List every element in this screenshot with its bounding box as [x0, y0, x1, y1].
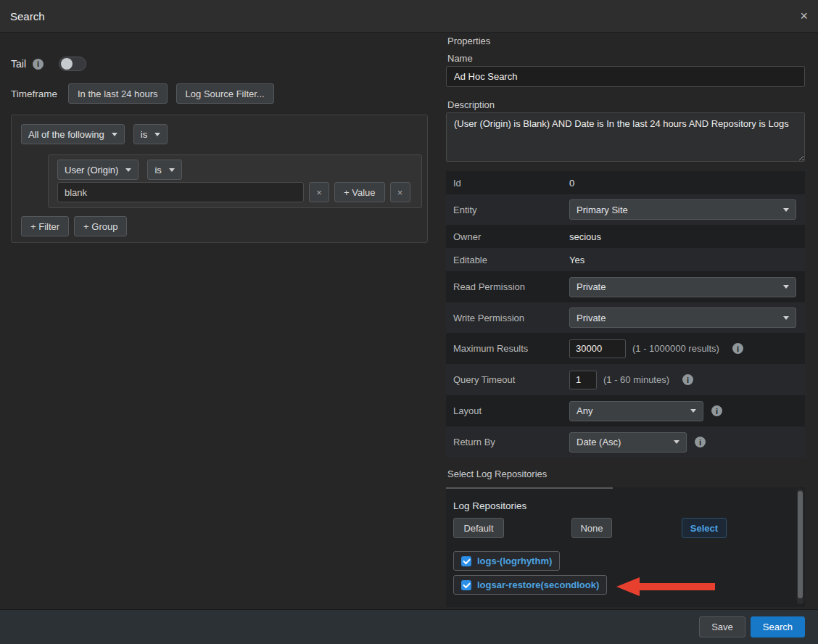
chevron-down-icon: [154, 133, 160, 136]
timeframe-button[interactable]: In the last 24 hours: [68, 83, 168, 104]
property-label: Layout: [446, 405, 569, 416]
checkbox-checked-icon[interactable]: [461, 556, 471, 566]
group-operator-value: All of the following: [28, 129, 104, 140]
repo-item-label: logsar-restore(secondlook): [477, 579, 599, 590]
property-label: Id: [446, 178, 569, 189]
close-icon[interactable]: ×: [800, 9, 808, 22]
return-by-value: Date (Asc): [577, 437, 621, 447]
description-label: Description: [447, 99, 495, 110]
chevron-down-icon: [783, 316, 789, 320]
filter-group-box: All of the following is User (Origin) is: [11, 115, 428, 243]
name-input[interactable]: [446, 66, 805, 87]
scrollbar-thumb[interactable]: [798, 491, 803, 598]
search-button[interactable]: Search: [751, 616, 805, 637]
filter-condition-dropdown[interactable]: is: [147, 160, 181, 180]
property-row-query-timeout: Query Timeout (1 - 60 minutes): [446, 364, 805, 395]
toggle-knob: [61, 58, 73, 70]
read-permission-dropdown[interactable]: Private: [569, 277, 796, 297]
log-repositories-title: Log Repositories: [453, 500, 526, 511]
description-textarea[interactable]: (User (Origin) is Blank) AND Date is In …: [446, 112, 805, 162]
default-button[interactable]: Default: [453, 518, 504, 538]
property-value: secious: [569, 231, 601, 242]
checkbox-checked-icon[interactable]: [461, 580, 471, 590]
repo-actions-row: Default None Select: [453, 518, 727, 538]
property-label: Read Permission: [446, 281, 569, 292]
log-source-filter-button[interactable]: Log Source Filter...: [176, 83, 274, 104]
filter-field-value: User (Origin): [65, 165, 118, 176]
property-row-read-permission: Read Permission Private: [446, 271, 805, 302]
property-label: Query Timeout: [446, 374, 569, 385]
property-row-write-permission: Write Permission Private: [446, 302, 805, 333]
timeframe-label: Timeframe: [11, 88, 68, 99]
page-title: Search: [10, 10, 45, 22]
none-button[interactable]: None: [571, 518, 612, 538]
property-row-maximum-results: Maximum Results (1 - 1000000 results): [446, 333, 805, 364]
log-repositories-box: Log Repositories Default None Select log…: [446, 487, 805, 607]
properties-heading: Properties: [447, 36, 490, 46]
write-permission-dropdown[interactable]: Private: [569, 307, 796, 328]
property-value: 0: [569, 178, 574, 189]
select-log-repositories-heading: Select Log Repositories: [447, 468, 547, 479]
chevron-down-icon: [112, 133, 117, 136]
property-label: Editable: [446, 255, 569, 265]
filter-value-input[interactable]: [57, 182, 304, 202]
select-button[interactable]: Select: [682, 518, 727, 538]
chevron-down-icon: [783, 285, 789, 289]
properties-panel: Properties Name Description (User (Origi…: [446, 33, 818, 609]
property-label: Entity: [446, 205, 569, 215]
entity-value: Primary Site: [577, 205, 628, 215]
properties-table: Id 0 Entity Primary Site Owner secious E…: [446, 171, 805, 458]
property-row-layout: Layout Any: [446, 395, 805, 426]
chevron-down-icon: [783, 208, 789, 212]
tail-toggle[interactable]: [59, 57, 86, 71]
repo-item-logsar-restore-secondlook[interactable]: logsar-restore(secondlook): [453, 575, 607, 595]
property-row-entity: Entity Primary Site: [446, 194, 805, 225]
info-icon[interactable]: [695, 437, 706, 447]
save-button[interactable]: Save: [699, 616, 745, 637]
add-filter-button[interactable]: + Filter: [21, 216, 69, 236]
group-condition-value: is: [141, 129, 147, 140]
repo-item-label: logs-(logrhythm): [477, 556, 552, 566]
repo-item-logs-logrhythm[interactable]: logs-(logrhythm): [453, 551, 560, 571]
return-by-dropdown[interactable]: Date (Asc): [569, 432, 687, 453]
property-value: Yes: [569, 255, 584, 265]
search-dialog: Search × Tail Timeframe In the last 24 h…: [0, 0, 818, 644]
filter-condition-value: is: [154, 165, 161, 176]
group-condition-dropdown[interactable]: is: [133, 124, 168, 144]
tail-label: Tail: [11, 58, 26, 70]
write-permission-value: Private: [577, 313, 606, 323]
filter-field-dropdown[interactable]: User (Origin): [57, 160, 139, 180]
remove-filter-button[interactable]: ×: [390, 182, 410, 202]
add-value-button[interactable]: + Value: [334, 182, 385, 202]
add-group-button[interactable]: + Group: [74, 216, 127, 236]
dialog-titlebar: Search ×: [0, 0, 818, 33]
info-icon[interactable]: [732, 343, 743, 354]
property-label: Maximum Results: [446, 343, 569, 354]
scrollbar-track[interactable]: [797, 489, 803, 604]
property-row-id: Id 0: [446, 171, 805, 194]
layout-dropdown[interactable]: Any: [569, 401, 703, 421]
filter-field-row: User (Origin) is: [57, 160, 182, 180]
query-timeout-input[interactable]: [569, 371, 597, 389]
read-permission-value: Private: [577, 281, 606, 292]
name-label: Name: [447, 53, 473, 64]
property-label: Owner: [446, 231, 569, 242]
property-row-editable: Editable Yes: [446, 248, 805, 271]
query-builder-panel: Tail Timeframe In the last 24 hours Log …: [0, 33, 446, 609]
query-timeout-hint: (1 - 60 minutes): [603, 374, 669, 385]
filter-value-row: × + Value ×: [57, 182, 410, 202]
entity-dropdown[interactable]: Primary Site: [569, 199, 796, 220]
layout-value: Any: [577, 405, 592, 416]
group-operator-dropdown[interactable]: All of the following: [21, 124, 125, 144]
info-icon[interactable]: [682, 374, 693, 385]
timeframe-row: Timeframe In the last 24 hours Log Sourc…: [11, 83, 274, 104]
property-label: Write Permission: [446, 313, 569, 323]
group-operator-row: All of the following is: [21, 124, 168, 144]
maximum-results-input[interactable]: [569, 339, 626, 358]
chevron-down-icon: [169, 168, 175, 172]
info-icon[interactable]: [711, 405, 722, 416]
remove-value-button[interactable]: ×: [309, 182, 329, 202]
chevron-down-icon: [125, 168, 131, 172]
dialog-footer: Save Search: [0, 609, 818, 644]
info-icon[interactable]: [33, 59, 44, 70]
